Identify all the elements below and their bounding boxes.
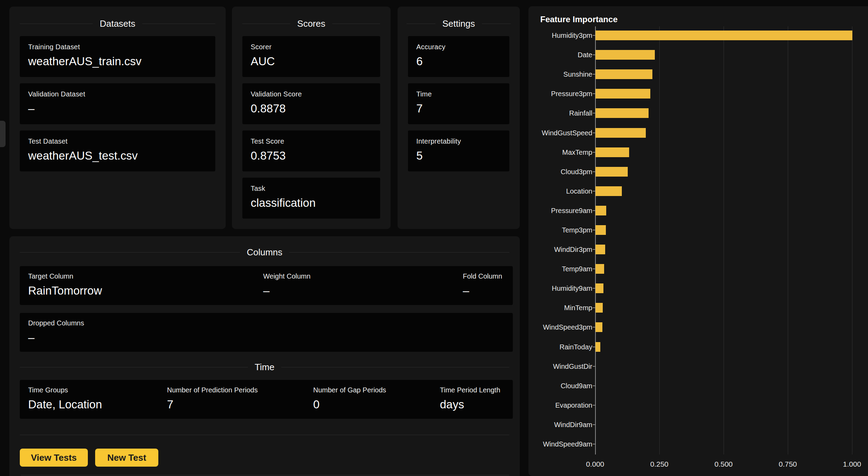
cell-value: Date, Location [28, 398, 102, 411]
drawer-handle[interactable] [0, 121, 6, 147]
category-tick [593, 444, 595, 444]
info-item: Test Score0.8753 [242, 130, 380, 171]
divider-line [242, 24, 290, 24]
cell-value: – [463, 284, 502, 297]
datasets-card: Datasets Training DatasetweatherAUS_trai… [9, 7, 226, 229]
category-tick [593, 424, 595, 425]
category-tick [593, 405, 595, 406]
item-value: 0.8753 [251, 149, 372, 162]
x-axis-tick-label: 0.500 [706, 460, 741, 468]
cell-label: Time Groups [28, 386, 102, 394]
item-label: Test Score [251, 137, 372, 145]
category-label: WindSpeed9am [533, 441, 592, 448]
category-tick [593, 249, 595, 250]
gridline [659, 26, 660, 454]
category-tick [593, 54, 595, 55]
importance-bar-Date [595, 50, 655, 60]
item-label: Task [251, 185, 372, 193]
category-tick [593, 133, 595, 133]
experiment-details-panel: Columns Target ColumnRainTomorrowWeight … [9, 236, 520, 476]
columns-section-title: Columns [9, 247, 520, 257]
item-label: Interpretability [416, 137, 501, 145]
divider-line [332, 24, 380, 24]
section-title-text: Datasets [93, 18, 142, 29]
category-tick [593, 113, 595, 113]
item-value: 5 [416, 149, 501, 162]
item-value: 7 [416, 102, 501, 115]
info-cell: Dropped Columns– [28, 319, 84, 344]
category-label: WindDir3pm [533, 246, 592, 253]
info-item: ScorerAUC [242, 36, 380, 77]
category-label: Evaporation [533, 402, 592, 409]
divider-line [281, 367, 509, 367]
item-value: classification [251, 196, 372, 210]
item-label: Training Dataset [28, 43, 207, 51]
section-title-text: Settings [435, 18, 482, 29]
category-label: WindGustSpeed [533, 129, 592, 136]
settings-card: Settings Accuracy6Time7Interpretability5 [398, 7, 520, 229]
info-item: Test DatasetweatherAUS_test.csv [20, 130, 215, 171]
gridline [724, 26, 724, 454]
importance-bar-MinTemp [595, 303, 603, 313]
item-value: weatherAUS_test.csv [28, 149, 207, 162]
cell-value: days [440, 398, 500, 411]
category-tick [593, 93, 595, 94]
x-axis-tick-label: 0.000 [578, 460, 612, 468]
cell-label: Weight Column [263, 272, 310, 280]
cell-label: Number of Gap Periods [313, 386, 386, 394]
gridline [852, 26, 852, 454]
item-value: – [28, 102, 207, 115]
info-item: Training DatasetweatherAUS_train.csv [20, 36, 215, 77]
importance-bar-Temp9am [595, 264, 604, 274]
category-label: Temp3pm [533, 227, 592, 233]
item-value: AUC [251, 55, 372, 68]
category-tick [593, 152, 595, 153]
divider-line [20, 367, 248, 367]
item-label: Validation Dataset [28, 90, 207, 98]
category-label: Rainfall [533, 110, 592, 117]
gridline [788, 26, 788, 454]
importance-bar-Location [595, 186, 622, 196]
info-item: Validation Score0.8878 [242, 83, 380, 124]
importance-bar-Pressure9am [595, 206, 606, 215]
divider-line [289, 252, 509, 253]
info-cell: Weight Column– [263, 272, 310, 297]
cell-label: Time Period Length [440, 386, 500, 394]
importance-bar-Sunshine [595, 69, 652, 79]
category-tick [593, 230, 595, 230]
item-label: Validation Score [251, 90, 372, 98]
cell-label: Target Column [28, 272, 102, 280]
time-section-title: Time [9, 362, 520, 372]
item-label: Test Dataset [28, 137, 207, 145]
cell-value: 0 [313, 398, 386, 411]
importance-bar-Rainfall [595, 108, 649, 118]
divider-line [20, 24, 93, 24]
new-test-button[interactable]: New Test [95, 449, 158, 467]
importance-bar-MaxTemp [595, 147, 629, 157]
time-row: Time GroupsDate, LocationNumber of Predi… [20, 380, 513, 419]
bottom-divider [21, 475, 509, 475]
info-cell: Number of Gap Periods0 [313, 386, 386, 411]
cell-label: Fold Column [463, 272, 502, 280]
item-value: 6 [416, 55, 501, 68]
category-label: WindSpeed3pm [533, 324, 592, 331]
category-tick [593, 366, 595, 367]
category-tick [593, 269, 595, 269]
dropped-columns-row: Dropped Columns– [20, 313, 513, 352]
info-cell: Number of Prediction Periods7 [167, 386, 258, 411]
category-label: Pressure3pm [533, 90, 592, 97]
item-label: Scorer [251, 43, 372, 51]
divider-line [20, 252, 240, 253]
item-label: Accuracy [416, 43, 501, 51]
cell-label: Dropped Columns [28, 319, 84, 327]
divider-line [482, 24, 511, 24]
category-tick [593, 347, 595, 347]
category-label: Location [533, 188, 592, 195]
category-label: MinTemp [533, 304, 592, 311]
view-tests-button[interactable]: View Tests [20, 449, 88, 467]
actions-divider [20, 435, 509, 435]
scores-title: Scores [232, 18, 391, 29]
category-tick [593, 74, 595, 75]
divider-line [142, 24, 215, 24]
cell-value: RainTomorrow [28, 284, 102, 297]
